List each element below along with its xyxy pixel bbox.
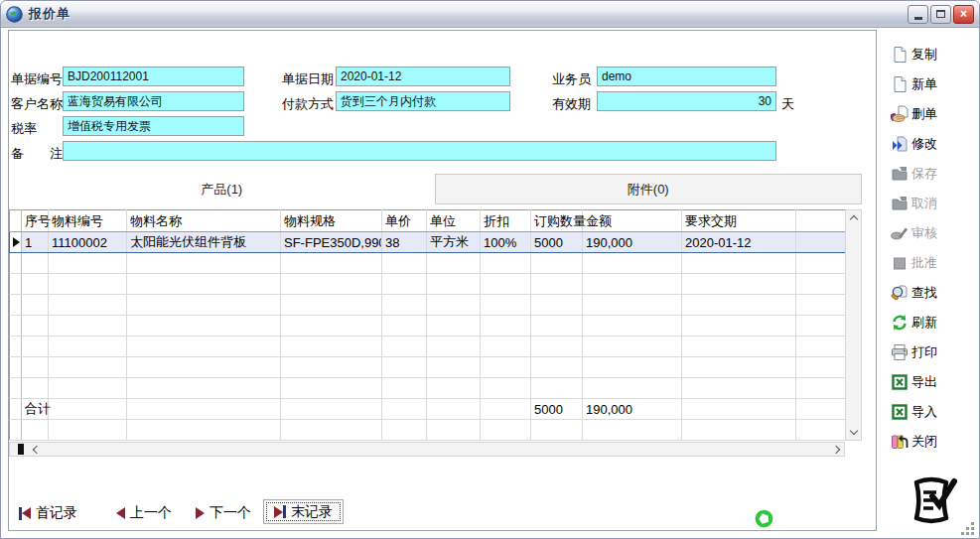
empty-cell[interactable] [682, 378, 796, 399]
empty-cell[interactable] [382, 420, 427, 441]
empty-cell[interactable] [583, 420, 682, 441]
empty-cell[interactable] [10, 337, 22, 357]
empty-cell[interactable] [427, 357, 481, 378]
row-selector-cell[interactable] [10, 232, 22, 253]
empty-cell[interactable] [49, 253, 127, 274]
col-header-discount[interactable]: 折扣 [481, 210, 531, 232]
cell-name[interactable]: 太阳能光伏组件背板 [127, 232, 281, 253]
empty-cell[interactable] [531, 253, 583, 274]
empty-cell[interactable] [382, 378, 427, 399]
table-empty-row[interactable] [10, 316, 846, 337]
table-empty-row[interactable] [10, 274, 846, 295]
empty-cell[interactable] [22, 295, 49, 316]
empty-cell[interactable] [22, 274, 49, 295]
scroll-right-icon[interactable] [832, 446, 840, 454]
empty-cell[interactable] [49, 357, 127, 378]
empty-cell[interactable] [796, 357, 846, 378]
empty-cell[interactable] [531, 295, 583, 316]
col-header-seq[interactable]: 序号 [22, 210, 49, 232]
col-header-name[interactable]: 物料名称 [127, 210, 281, 232]
empty-cell[interactable] [49, 378, 127, 399]
empty-cell[interactable] [382, 357, 427, 378]
salesman-field[interactable] [597, 67, 776, 86]
tab-attachments[interactable]: 附件(0) [435, 174, 863, 204]
empty-cell[interactable] [10, 357, 22, 378]
empty-cell[interactable] [10, 274, 22, 295]
scroll-left-icon[interactable] [33, 446, 41, 454]
empty-cell[interactable] [796, 337, 846, 357]
print-button[interactable]: 打印 [891, 339, 970, 365]
cell-delivery[interactable]: 2020-01-12 [682, 232, 796, 253]
empty-cell[interactable] [22, 420, 49, 441]
empty-cell[interactable] [127, 357, 281, 378]
doc-no-field[interactable] [63, 67, 244, 86]
empty-cell[interactable] [49, 337, 127, 357]
empty-cell[interactable] [682, 420, 796, 441]
empty-cell[interactable] [127, 378, 281, 399]
cell-code[interactable]: 11100002 [49, 232, 127, 253]
empty-cell[interactable] [281, 274, 382, 295]
empty-cell[interactable] [531, 357, 583, 378]
empty-cell[interactable] [682, 274, 796, 295]
empty-cell[interactable] [49, 274, 127, 295]
empty-cell[interactable] [281, 378, 382, 399]
last-record-button[interactable]: 末记录 [263, 499, 344, 524]
empty-cell[interactable] [682, 357, 796, 378]
empty-cell[interactable] [281, 253, 382, 274]
empty-cell[interactable] [796, 253, 846, 274]
empty-cell[interactable] [427, 378, 481, 399]
empty-cell[interactable] [427, 274, 481, 295]
table-empty-row[interactable] [10, 295, 846, 316]
table-empty-row[interactable] [10, 420, 846, 441]
payment-field[interactable] [336, 91, 510, 111]
empty-cell[interactable] [382, 253, 427, 274]
horizontal-scrollbar[interactable] [9, 442, 845, 457]
refresh-button[interactable]: 刷新 [891, 310, 970, 336]
empty-cell[interactable] [281, 295, 382, 316]
empty-cell[interactable] [10, 420, 22, 441]
empty-cell[interactable] [427, 253, 481, 274]
empty-cell[interactable] [427, 420, 481, 441]
col-header-amount[interactable]: 金额 [583, 210, 682, 232]
empty-cell[interactable] [796, 378, 846, 399]
empty-cell[interactable] [481, 357, 531, 378]
cell-price[interactable]: 38 [382, 232, 427, 253]
empty-cell[interactable] [531, 337, 583, 357]
empty-cell[interactable] [281, 316, 382, 337]
empty-cell[interactable] [531, 316, 583, 337]
copy-button[interactable]: 复制 [891, 42, 970, 67]
empty-cell[interactable] [427, 337, 481, 357]
empty-cell[interactable] [427, 295, 481, 316]
validity-field[interactable] [597, 91, 776, 111]
close-form-button[interactable]: 关闭 [891, 429, 970, 455]
cell-discount[interactable]: 100% [481, 232, 531, 253]
edit-button[interactable]: 修改 [891, 131, 970, 157]
minimize-button[interactable] [908, 5, 928, 24]
empty-cell[interactable] [22, 378, 49, 399]
col-header-unit[interactable]: 单位 [427, 210, 481, 232]
empty-cell[interactable] [22, 337, 49, 357]
empty-cell[interactable] [127, 420, 281, 441]
empty-cell[interactable] [49, 420, 127, 441]
first-record-button[interactable]: 首记录 [19, 502, 77, 524]
col-header-delivery[interactable]: 要求交期 [682, 210, 796, 232]
empty-cell[interactable] [682, 316, 796, 337]
empty-cell[interactable] [481, 420, 531, 441]
import-button[interactable]: 导入 [891, 399, 970, 425]
cell-spec[interactable]: SF-FPE350D,990 [281, 232, 382, 253]
table-empty-row[interactable] [10, 378, 846, 399]
delete-button[interactable]: 删单 [891, 101, 970, 127]
empty-cell[interactable] [382, 316, 427, 337]
empty-cell[interactable] [531, 420, 583, 441]
empty-cell[interactable] [22, 253, 49, 274]
vertical-scrollbar[interactable] [845, 209, 862, 441]
empty-cell[interactable] [427, 316, 481, 337]
empty-cell[interactable] [583, 357, 682, 378]
close-button[interactable]: × [953, 5, 974, 24]
empty-cell[interactable] [481, 253, 531, 274]
col-header-spec[interactable]: 物料规格 [281, 210, 382, 232]
table-empty-row[interactable] [10, 253, 846, 274]
table-row-selected[interactable]: 1 11100002 太阳能光伏组件背板 SF-FPE350D,990 38 平… [10, 232, 846, 253]
empty-cell[interactable] [382, 295, 427, 316]
doc-date-field[interactable] [336, 67, 510, 86]
